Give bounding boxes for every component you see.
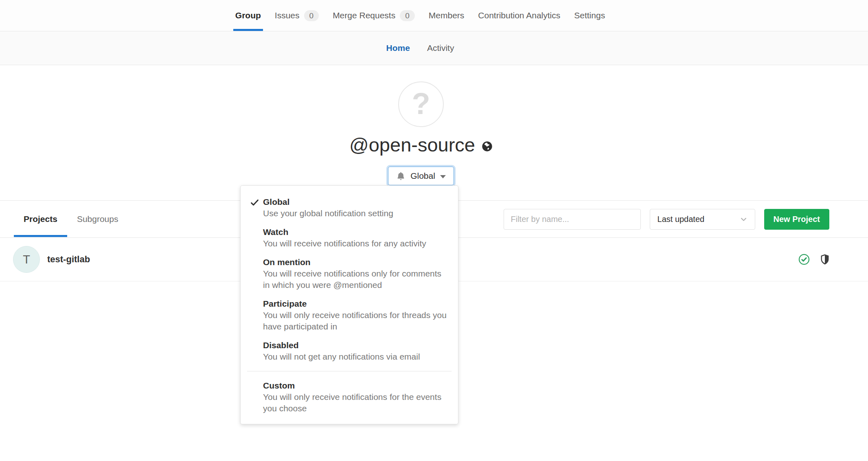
- dropdown-option-title: Custom: [263, 380, 447, 391]
- dropdown-option-custom[interactable]: Custom You will only receive notificatio…: [241, 376, 458, 418]
- dropdown-option-global[interactable]: Global Use your global notification sett…: [241, 193, 458, 223]
- dropdown-option-on-mention[interactable]: On mention You will receive notification…: [241, 253, 458, 294]
- question-mark-icon: ?: [412, 86, 430, 121]
- notification-dropdown-menu: Global Use your global notification sett…: [240, 185, 458, 424]
- group-top-nav: Group Issues 0 Merge Requests 0 Members …: [0, 0, 868, 31]
- tab-issues[interactable]: Issues 0: [268, 0, 326, 31]
- dropdown-option-title: On mention: [263, 257, 447, 268]
- group-sub-nav-items: Home Activity: [378, 43, 491, 53]
- dropdown-option-title: Watch: [263, 226, 447, 238]
- group-hero: ? @open-source Global: [0, 65, 868, 200]
- dropdown-option-disabled[interactable]: Disabled You will not get any notificati…: [241, 336, 458, 366]
- check-icon: [250, 198, 259, 207]
- dropdown-option-description: You will receive notifications only for …: [263, 268, 447, 291]
- dropdown-option-watch[interactable]: Watch You will receive notifications for…: [241, 223, 458, 253]
- notification-level-label: Global: [410, 171, 435, 181]
- tab-contribution-analytics[interactable]: Contribution Analytics: [471, 0, 567, 31]
- dropdown-option-title: Global: [263, 196, 447, 208]
- tab-issues-label: Issues: [275, 11, 300, 20]
- tab-projects[interactable]: Projects: [14, 201, 67, 237]
- caret-down-icon: [440, 175, 446, 178]
- projects-controls: Last updated New Project: [504, 209, 829, 230]
- tab-group-label: Group: [235, 11, 261, 20]
- tab-members[interactable]: Members: [422, 0, 471, 31]
- tab-settings[interactable]: Settings: [567, 0, 612, 31]
- tab-contribution-analytics-label: Contribution Analytics: [478, 11, 560, 20]
- tab-subgroups[interactable]: Subgroups: [67, 201, 128, 237]
- project-name-link[interactable]: test-gitlab: [47, 254, 90, 265]
- tab-merge-requests-label: Merge Requests: [333, 11, 395, 20]
- dropdown-option-title: Disabled: [263, 340, 447, 351]
- dropdown-option-title: Participate: [263, 298, 447, 310]
- group-avatar: ?: [398, 81, 444, 127]
- project-row-icons: [798, 254, 829, 265]
- dropdown-option-description: You will receive notifications for any a…: [263, 238, 447, 249]
- dropdown-option-participate[interactable]: Participate You will only receive notifi…: [241, 294, 458, 336]
- subnav-item-activity[interactable]: Activity: [419, 43, 463, 53]
- tab-group[interactable]: Group: [228, 0, 268, 31]
- shield-icon: [820, 254, 829, 265]
- dropdown-option-description: You will only receive notifications for …: [263, 310, 447, 332]
- projects-tabs: Projects Subgroups: [14, 201, 128, 237]
- project-avatar: T: [13, 246, 40, 273]
- globe-icon: [482, 141, 493, 152]
- dropdown-option-description: You will not get any notifications via e…: [263, 351, 447, 362]
- sort-dropdown-label: Last updated: [658, 215, 705, 224]
- page-title: @open-source: [349, 134, 493, 156]
- sort-dropdown[interactable]: Last updated: [650, 209, 755, 230]
- check-circle-icon: [798, 254, 810, 265]
- subnav-item-home[interactable]: Home: [378, 43, 419, 53]
- tab-merge-requests[interactable]: Merge Requests 0: [326, 0, 422, 31]
- chevron-down-icon: [740, 215, 747, 223]
- group-name: @open-source: [349, 134, 475, 156]
- tab-members-label: Members: [429, 11, 465, 20]
- dropdown-divider: [247, 371, 452, 371]
- bell-icon: [396, 171, 406, 181]
- project-avatar-initial: T: [23, 253, 30, 266]
- filter-by-name-input[interactable]: [504, 209, 641, 230]
- notification-dropdown-button[interactable]: Global: [388, 167, 454, 185]
- group-sub-nav: Home Activity: [0, 31, 868, 65]
- dropdown-option-description: You will only receive notifications for …: [263, 391, 447, 414]
- group-top-nav-items: Group Issues 0 Merge Requests 0 Members …: [228, 0, 640, 31]
- issues-count-badge: 0: [304, 10, 319, 21]
- dropdown-option-description: Use your global notification setting: [263, 208, 447, 219]
- tab-settings-label: Settings: [574, 11, 605, 20]
- merge-requests-count-badge: 0: [400, 10, 415, 21]
- new-project-button[interactable]: New Project: [764, 209, 829, 230]
